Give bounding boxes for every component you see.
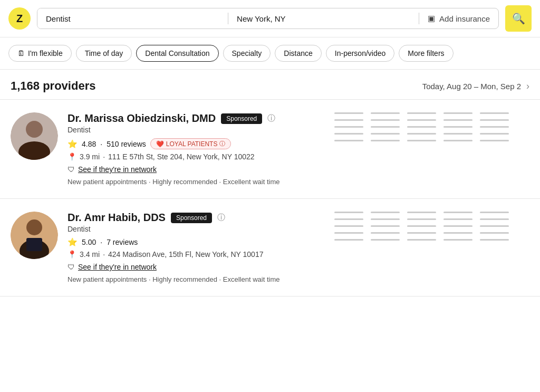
slot-dash bbox=[371, 239, 400, 241]
provider-specialty-2: Dentist bbox=[68, 225, 320, 233]
star-icon-2: ⭐ bbox=[68, 237, 78, 247]
slot-dash bbox=[371, 112, 400, 114]
address-row-2: 📍 3.4 mi · 424 Madison Ave, 15th Fl, New… bbox=[68, 250, 320, 259]
address-dot-2: · bbox=[103, 250, 105, 259]
filters-bar: 🗓 I'm flexible Time of day Dental Consul… bbox=[0, 37, 540, 70]
provider-info-1: Dr. Marissa Obiedzinski, DMD Sponsored ⓘ… bbox=[68, 112, 320, 186]
slot-row bbox=[334, 119, 529, 121]
filter-more[interactable]: More filters bbox=[399, 45, 453, 62]
slot-dash bbox=[480, 232, 509, 234]
results-header: 1,168 providers Today, Aug 20 – Mon, Sep… bbox=[0, 70, 540, 99]
star-icon-1: ⭐ bbox=[68, 139, 78, 149]
results-count: 1,168 providers bbox=[11, 79, 95, 93]
rating-value-2: 5.00 bbox=[82, 238, 96, 246]
rating-dot-2: · bbox=[100, 238, 102, 246]
info-icon-2[interactable]: ⓘ bbox=[217, 213, 225, 223]
slot-dash bbox=[480, 126, 509, 128]
slot-dash bbox=[371, 133, 400, 135]
provider-tags-1: New patient appointments · Highly recomm… bbox=[68, 178, 320, 186]
filter-flexible[interactable]: 🗓 I'm flexible bbox=[8, 45, 72, 62]
filter-distance[interactable]: Distance bbox=[275, 45, 321, 62]
reviews-count-2: 7 reviews bbox=[107, 238, 138, 246]
location-input[interactable] bbox=[228, 8, 419, 28]
address-2: 424 Madison Ave, 15th Fl, New York, NY 1… bbox=[108, 250, 263, 259]
distance-1: 3.9 mi bbox=[80, 152, 100, 161]
info-icon-1[interactable]: ⓘ bbox=[267, 113, 275, 123]
slot-dash bbox=[407, 218, 436, 220]
slot-dash bbox=[407, 239, 436, 241]
loyal-badge-1: ❤️ LOYAL PATIENTS ⓘ bbox=[150, 138, 232, 149]
slot-row bbox=[334, 112, 529, 114]
provider-card-1: Dr. Marissa Obiedzinski, DMD Sponsored ⓘ… bbox=[0, 100, 540, 199]
slot-dash bbox=[334, 133, 363, 135]
slot-dash bbox=[334, 112, 363, 114]
specialty-input[interactable] bbox=[37, 8, 228, 28]
slot-row bbox=[334, 212, 529, 213]
svg-rect-7 bbox=[26, 238, 42, 251]
network-row-2: 🛡 See if they're in network bbox=[68, 263, 320, 271]
provider-name-row-2: Dr. Amr Habib, DDS Sponsored ⓘ bbox=[68, 212, 320, 224]
rating-value-1: 4.88 bbox=[82, 140, 96, 148]
provider-card-2: Dr. Amr Habib, DDS Sponsored ⓘ Dentist ⭐… bbox=[0, 199, 540, 297]
slot-dash bbox=[443, 218, 472, 220]
add-insurance-button[interactable]: ▣ Add insurance bbox=[419, 8, 498, 28]
address-1: 111 E 57th St, Ste 204, New York, NY 100… bbox=[108, 152, 255, 161]
slot-dash bbox=[443, 140, 472, 141]
filter-timeofday[interactable]: Time of day bbox=[76, 45, 132, 62]
slot-dash bbox=[371, 140, 400, 141]
rating-row-1: ⭐ 4.88 · 510 reviews ❤️ LOYAL PATIENTS ⓘ bbox=[68, 138, 320, 149]
svg-point-5 bbox=[26, 219, 42, 235]
slot-dash bbox=[371, 119, 400, 121]
slot-row bbox=[334, 133, 529, 135]
address-dot-1: · bbox=[103, 152, 105, 161]
filter-specialty[interactable]: Specialty bbox=[223, 45, 271, 62]
slot-dash bbox=[334, 218, 363, 220]
pin-icon-1: 📍 bbox=[68, 152, 76, 161]
logo[interactable]: Z bbox=[8, 7, 31, 30]
filter-consultation[interactable]: Dental Consultation bbox=[136, 45, 218, 62]
slot-dash bbox=[371, 232, 400, 234]
calendar-slots-1 bbox=[329, 112, 529, 186]
slot-dash bbox=[443, 232, 472, 234]
slot-dash bbox=[334, 232, 363, 234]
provider-specialty-1: Dentist bbox=[68, 126, 320, 134]
slot-dash bbox=[480, 218, 509, 220]
slot-row bbox=[334, 126, 529, 128]
slot-dash bbox=[443, 212, 472, 213]
svg-point-1 bbox=[26, 121, 43, 138]
slot-dash bbox=[443, 119, 472, 121]
network-link-1[interactable]: See if they're in network bbox=[78, 165, 157, 174]
slot-dash bbox=[480, 212, 509, 213]
search-bar: ▣ Add insurance bbox=[37, 8, 499, 29]
provider-name-2[interactable]: Dr. Amr Habib, DDS bbox=[68, 212, 166, 224]
slot-dash bbox=[480, 225, 509, 227]
slot-dash bbox=[407, 119, 436, 121]
date-range: Today, Aug 20 – Mon, Sep 2 › bbox=[422, 81, 529, 92]
search-icon: 🔍 bbox=[512, 12, 525, 25]
slot-dash bbox=[480, 239, 509, 241]
network-row-1: 🛡 See if they're in network bbox=[68, 165, 320, 174]
sponsored-badge-2: Sponsored bbox=[171, 213, 212, 223]
distance-2: 3.4 mi bbox=[80, 250, 100, 259]
slot-dash bbox=[480, 112, 509, 114]
slot-row bbox=[334, 225, 529, 227]
address-row-1: 📍 3.9 mi · 111 E 57th St, Ste 204, New Y… bbox=[68, 152, 320, 161]
sponsored-badge-1: Sponsored bbox=[221, 113, 262, 124]
slot-dash bbox=[334, 126, 363, 128]
calendar-next-arrow[interactable]: › bbox=[526, 81, 529, 92]
slot-dash bbox=[443, 239, 472, 241]
search-button[interactable]: 🔍 bbox=[505, 5, 532, 32]
rating-dot-1: · bbox=[100, 140, 102, 148]
calendar-slots-2 bbox=[329, 212, 529, 283]
slot-dash bbox=[334, 119, 363, 121]
filter-inperson-video[interactable]: In-person/video bbox=[326, 45, 395, 62]
slot-dash bbox=[443, 133, 472, 135]
network-link-2[interactable]: See if they're in network bbox=[78, 263, 157, 271]
slot-dash bbox=[407, 225, 436, 227]
slot-dash bbox=[443, 225, 472, 227]
slot-dash bbox=[480, 119, 509, 121]
provider-name-1[interactable]: Dr. Marissa Obiedzinski, DMD bbox=[68, 112, 216, 125]
insurance-card-icon: ▣ bbox=[428, 14, 435, 23]
reviews-count-1: 510 reviews bbox=[107, 140, 146, 148]
slot-dash bbox=[371, 218, 400, 220]
